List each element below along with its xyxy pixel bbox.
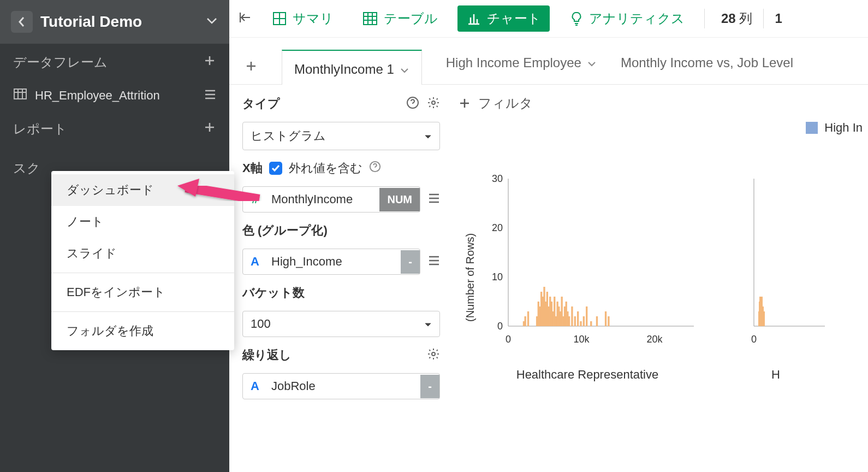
- numeric-icon: #: [243, 192, 267, 206]
- dataframe-section: データフレーム: [0, 44, 229, 81]
- svg-text:20k: 20k: [646, 334, 663, 345]
- plus-icon: [203, 54, 216, 67]
- color-field-menu[interactable]: [428, 256, 440, 268]
- svg-rect-40: [571, 306, 573, 326]
- repeat-field-chip[interactable]: A JobRole -: [242, 373, 440, 399]
- add-tab-button[interactable]: [245, 60, 258, 75]
- tab-3[interactable]: Monthly Income vs, Job Level: [621, 55, 793, 79]
- report-label: レポート: [13, 120, 67, 138]
- caret-down-icon: [424, 322, 432, 328]
- add-dataframe-button[interactable]: [203, 54, 216, 70]
- svg-text:30: 30: [492, 173, 503, 184]
- report-add-menu: ダッシュボード ノート スライド EDFをインポート フォルダを作成: [51, 171, 234, 350]
- svg-rect-60: [763, 311, 765, 326]
- svg-rect-48: [605, 311, 607, 326]
- x-field-chip[interactable]: # MonthlyIncome NUM: [242, 186, 420, 213]
- column-count: 28 列: [721, 10, 752, 27]
- dataframe-item[interactable]: HR_Employee_Attrition: [0, 81, 229, 110]
- menu-icon: [428, 193, 440, 203]
- x-field-menu[interactable]: [428, 193, 440, 205]
- tab-label: MonthlyIncome 1: [294, 62, 394, 77]
- svg-rect-46: [590, 321, 592, 326]
- repeat-field-name: JobRole: [267, 374, 420, 399]
- project-dropdown[interactable]: [205, 16, 218, 27]
- svg-text:0: 0: [497, 321, 503, 332]
- type-settings[interactable]: [427, 96, 440, 111]
- menu-item-note[interactable]: ノート: [51, 206, 234, 238]
- svg-point-6: [432, 352, 435, 356]
- type-help[interactable]: [406, 96, 419, 111]
- chart-config-panel: タイプ ヒストグラム X軸 外れ値を含む # MonthlyIncome: [229, 85, 453, 472]
- caret-down-icon: [424, 134, 432, 140]
- trail-number: 1: [775, 11, 782, 26]
- view-chart[interactable]: チャート: [457, 5, 550, 32]
- svg-text:10k: 10k: [573, 334, 590, 345]
- type-select[interactable]: ヒストグラム: [242, 122, 440, 150]
- tab-menu[interactable]: [587, 55, 597, 70]
- svg-text:0: 0: [751, 334, 757, 345]
- view-summary[interactable]: サマリ: [263, 5, 342, 32]
- menu-item-create-folder[interactable]: フォルダを作成: [51, 315, 234, 347]
- chart-facet-2: 0 H: [727, 173, 825, 382]
- chart-legend: High In: [806, 121, 863, 135]
- report-section: レポート: [0, 110, 229, 148]
- color-field-name: High_Income: [267, 249, 401, 274]
- repeat-settings[interactable]: [427, 347, 440, 363]
- bucket-select[interactable]: 100: [242, 311, 440, 337]
- svg-rect-0: [14, 89, 26, 99]
- menu-icon: [204, 90, 216, 99]
- svg-point-4: [432, 101, 435, 104]
- histogram-plot-1: 0102030010k20k: [481, 173, 694, 348]
- dataframe-menu[interactable]: [204, 88, 216, 103]
- body: タイプ ヒストグラム X軸 外れ値を含む # MonthlyIncome: [229, 85, 868, 472]
- repeat-label: 繰り返し: [242, 347, 292, 363]
- tab-menu[interactable]: [400, 62, 409, 77]
- view-analytics[interactable]: アナリティクス: [561, 5, 693, 32]
- tab-1[interactable]: MonthlyIncome 1: [282, 50, 422, 85]
- add-report-button[interactable]: [203, 121, 216, 137]
- back-button[interactable]: [11, 11, 33, 33]
- chart-area: フィルタ High In (Number of Rows) 0102030010…: [453, 85, 868, 472]
- categorical-icon: A: [243, 255, 267, 269]
- grid-icon: [272, 11, 287, 26]
- menu-item-slide[interactable]: スライド: [51, 238, 234, 269]
- chevron-left-icon: [17, 15, 26, 28]
- chevron-down-icon: [205, 16, 218, 25]
- facet-title-2: H: [727, 368, 825, 382]
- facet-title-1: Healthcare Representative: [481, 368, 694, 382]
- outlier-help[interactable]: [369, 161, 381, 176]
- outlier-checkbox[interactable]: [269, 162, 282, 175]
- main-area: サマリ テーブル チャート アナリティクス 28 列 1 MonthlyInco…: [229, 0, 868, 472]
- color-label: 色 (グループ化): [242, 222, 440, 239]
- check-icon: [271, 164, 280, 172]
- view-table[interactable]: テーブル: [353, 5, 447, 32]
- color-field-chip[interactable]: A High_Income -: [242, 249, 420, 275]
- dataframe-label: データフレーム: [13, 54, 108, 71]
- menu-item-import-edf[interactable]: EDFをインポート: [51, 276, 234, 308]
- svg-rect-16: [527, 311, 529, 326]
- svg-rect-49: [608, 316, 609, 326]
- filter-label: フィルタ: [478, 95, 533, 112]
- divider: [704, 9, 705, 28]
- table-icon: [362, 11, 378, 26]
- tab-2[interactable]: High Income Employee: [446, 55, 597, 79]
- svg-text:20: 20: [492, 222, 503, 233]
- plus-icon: [459, 97, 471, 109]
- menu-divider: [51, 273, 234, 273]
- svg-rect-41: [574, 316, 576, 326]
- chart-facet-1: (Number of Rows) 0102030010k20k Healthca…: [464, 173, 694, 382]
- view-analytics-label: アナリティクス: [589, 10, 685, 27]
- sidebar: Tutorial Demo データフレーム HR_Employee_Attrit…: [0, 0, 229, 472]
- view-table-label: テーブル: [384, 10, 438, 27]
- collapse-icon: [238, 10, 252, 25]
- bulb-icon: [569, 11, 584, 26]
- menu-item-dashboard[interactable]: ダッシュボード: [51, 174, 234, 206]
- gear-icon: [427, 347, 440, 361]
- add-filter-button[interactable]: フィルタ: [459, 95, 863, 112]
- svg-rect-2: [364, 13, 377, 25]
- collapse-sidebar-button[interactable]: [238, 10, 252, 27]
- repeat-field-tag: -: [420, 375, 439, 398]
- svg-rect-42: [577, 311, 579, 326]
- outlier-label: 外れ値を含む: [289, 160, 362, 176]
- chart-tabs: MonthlyIncome 1 High Income Employee Mon…: [229, 38, 868, 85]
